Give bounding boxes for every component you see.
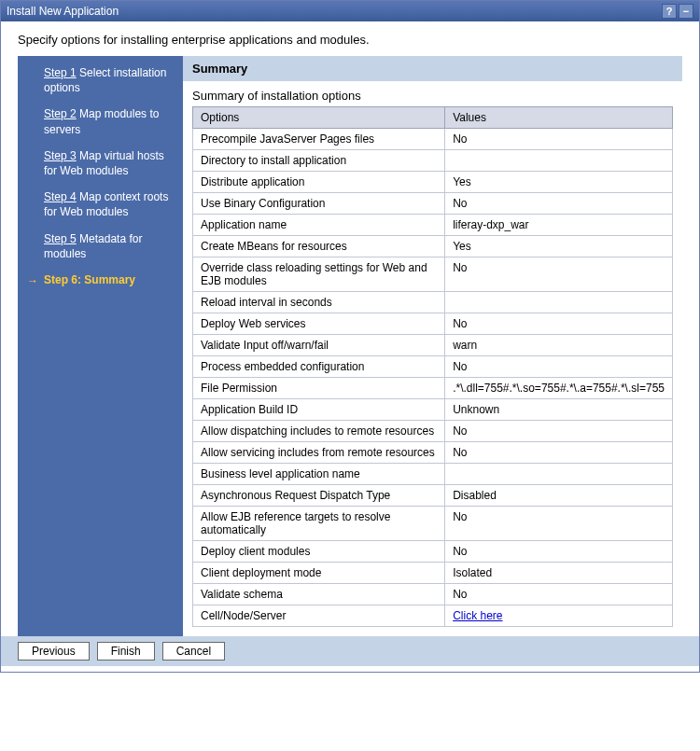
value-cell[interactable]: Click here [445, 605, 673, 627]
cancel-button[interactable]: Cancel [162, 642, 225, 661]
table-row: Process embedded configurationNo [193, 356, 673, 378]
col-values: Values [445, 107, 673, 129]
step-2[interactable]: Step 2 Map modules to servers [31, 106, 174, 136]
table-row: Allow servicing includes from remote res… [193, 442, 673, 464]
step-5[interactable]: Step 5 Metadata for modules [31, 231, 174, 261]
option-cell: Create MBeans for resources [193, 236, 445, 257]
value-cell [445, 150, 673, 172]
value-cell: Yes [445, 236, 673, 257]
main-header: Summary [183, 56, 682, 81]
value-cell: liferay-dxp_war [445, 215, 673, 236]
table-row: Reload interval in seconds [193, 292, 673, 313]
main-body: Summary of installation options Options … [183, 81, 682, 636]
table-row: Asynchronous Request Dispatch TypeDisabl… [193, 485, 673, 507]
option-cell: Deploy Web services [193, 313, 445, 335]
table-row: Allow EJB reference targets to resolve a… [193, 507, 673, 541]
table-row: File Permission.*\.dll=755#.*\.so=755#.*… [193, 378, 673, 399]
arrow-icon: → [27, 273, 38, 288]
value-cell: Disabled [445, 485, 673, 507]
option-cell: Directory to install application [193, 150, 445, 172]
main-panel: Summary Summary of installation options … [183, 56, 682, 636]
value-cell: No [445, 257, 673, 292]
table-row: Cell/Node/ServerClick here [193, 605, 673, 627]
summary-subtitle: Summary of installation options [192, 89, 673, 103]
value-cell: Unknown [445, 399, 673, 421]
install-app-window: Install New Application ? − Specify opti… [0, 0, 700, 673]
table-row: Directory to install application [193, 150, 673, 172]
option-cell: Application name [193, 215, 445, 236]
option-cell: Process embedded configuration [193, 356, 445, 378]
minimize-icon[interactable]: − [679, 4, 693, 19]
option-cell: Allow servicing includes from remote res… [193, 442, 445, 464]
value-cell: No [445, 507, 673, 541]
value-cell: No [445, 129, 673, 150]
titlebar-icons: ? − [662, 4, 693, 19]
option-cell: Client deployment mode [193, 563, 445, 584]
step-link[interactable]: Step 5 [44, 232, 77, 245]
col-options: Options [193, 107, 445, 129]
step-link[interactable]: Step 1 [44, 66, 77, 79]
step-3[interactable]: Step 3 Map virtual hosts for Web modules [31, 148, 174, 178]
step-6-current: → Step 6: Summary [31, 272, 174, 287]
content-wrap: Step 1 Select installation options Step … [18, 56, 682, 636]
value-cell: No [445, 421, 673, 442]
option-cell: File Permission [193, 378, 445, 399]
value-cell: No [445, 442, 673, 464]
step-4[interactable]: Step 4 Map context roots for Web modules [31, 189, 174, 219]
titlebar: Install New Application ? − [1, 1, 699, 21]
option-cell: Validate schema [193, 584, 445, 605]
button-bar: Previous Finish Cancel [1, 636, 699, 666]
intro-text: Specify options for installing enterpris… [1, 21, 699, 56]
table-row: Validate Input off/warn/failwarn [193, 335, 673, 356]
value-cell: No [445, 584, 673, 605]
value-cell: No [445, 313, 673, 335]
table-row: Override class reloading settings for We… [193, 257, 673, 292]
value-cell: .*\.dll=755#.*\.so=755#.*\.a=755#.*\.sl=… [445, 378, 673, 399]
table-row: Application nameliferay-dxp_war [193, 215, 673, 236]
value-cell: No [445, 541, 673, 563]
option-cell: Deploy client modules [193, 541, 445, 563]
option-cell: Business level application name [193, 464, 445, 485]
value-cell: Yes [445, 172, 673, 193]
window-title: Install New Application [7, 5, 119, 18]
table-row: Use Binary ConfigurationNo [193, 193, 673, 215]
value-cell [445, 292, 673, 313]
previous-button[interactable]: Previous [18, 642, 90, 661]
step-link[interactable]: Step 4 [44, 190, 77, 203]
option-cell: Allow EJB reference targets to resolve a… [193, 507, 445, 541]
table-row: Allow dispatching includes to remote res… [193, 421, 673, 442]
option-cell: Distribute application [193, 172, 445, 193]
table-row: Deploy client modulesNo [193, 541, 673, 563]
step-link[interactable]: Step 3 [44, 149, 77, 162]
table-row: Precompile JavaServer Pages filesNo [193, 129, 673, 150]
option-cell: Asynchronous Request Dispatch Type [193, 485, 445, 507]
wizard-sidebar: Step 1 Select installation options Step … [18, 56, 183, 636]
table-row: Create MBeans for resourcesYes [193, 236, 673, 257]
option-cell: Use Binary Configuration [193, 193, 445, 215]
option-cell: Validate Input off/warn/fail [193, 335, 445, 356]
step-current-label: Step 6: Summary [44, 273, 135, 286]
step-link[interactable]: Step 2 [44, 107, 77, 120]
option-cell: Cell/Node/Server [193, 605, 445, 627]
table-row: Validate schemaNo [193, 584, 673, 605]
cell-node-server-link[interactable]: Click here [453, 609, 502, 622]
step-1[interactable]: Step 1 Select installation options [31, 65, 174, 95]
table-row: Application Build IDUnknown [193, 399, 673, 421]
table-row: Client deployment modeIsolated [193, 563, 673, 584]
help-icon[interactable]: ? [662, 4, 677, 19]
value-cell: warn [445, 335, 673, 356]
option-cell: Reload interval in seconds [193, 292, 445, 313]
option-cell: Allow dispatching includes to remote res… [193, 421, 445, 442]
table-row: Business level application name [193, 464, 673, 485]
table-row: Deploy Web servicesNo [193, 313, 673, 335]
option-cell: Precompile JavaServer Pages files [193, 129, 445, 150]
value-cell: No [445, 193, 673, 215]
value-cell: No [445, 356, 673, 378]
option-cell: Application Build ID [193, 399, 445, 421]
options-table: Options Values Precompile JavaServer Pag… [192, 106, 673, 627]
finish-button[interactable]: Finish [97, 642, 155, 661]
table-row: Distribute applicationYes [193, 172, 673, 193]
option-cell: Override class reloading settings for We… [193, 257, 445, 292]
value-cell [445, 464, 673, 485]
value-cell: Isolated [445, 563, 673, 584]
